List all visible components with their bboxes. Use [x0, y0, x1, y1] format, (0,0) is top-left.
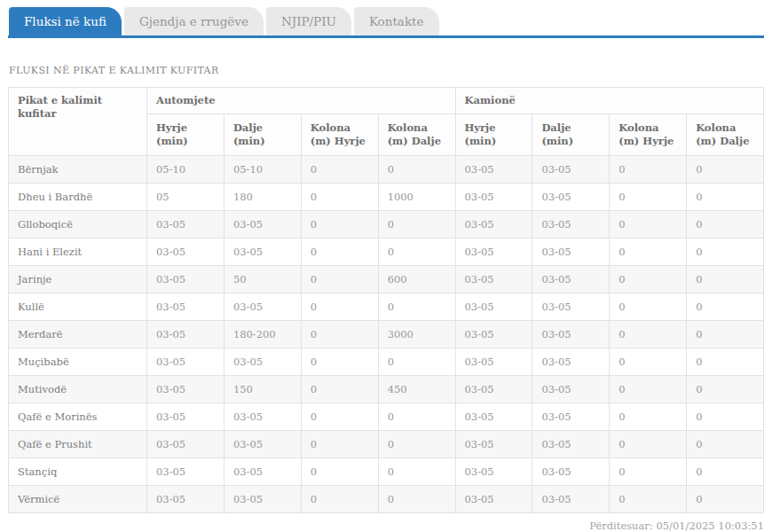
tab-kontakte[interactable]: Kontakte	[354, 7, 439, 35]
page: Fluksi në kufiGjendja e rrugëveNJIP/PIUK…	[0, 0, 772, 532]
row-label: Vërmicë	[9, 486, 147, 513]
row-label: Jarinje	[9, 266, 147, 293]
row-label: Bërnjak	[9, 156, 147, 184]
cell: 03-05	[455, 348, 532, 376]
cell: 0	[378, 348, 455, 376]
col-header-automjete-hyrje-min: Hyrje (min)	[147, 114, 225, 156]
cell: 0	[610, 211, 687, 239]
cell: 03-05	[532, 458, 610, 486]
cell: 03-05	[147, 376, 225, 403]
cell: 03-05	[455, 156, 532, 184]
cell: 03-05	[532, 211, 610, 239]
cell: 03-05	[147, 403, 225, 431]
cell: 03-05	[455, 403, 532, 431]
cell: 0	[687, 458, 764, 486]
cell: 03-05	[532, 293, 610, 321]
col-header-kamione-hyrje-min: Hyrje (min)	[455, 114, 532, 156]
cell: 03-05	[147, 431, 225, 458]
row-label: Stançiq	[9, 458, 147, 486]
cell: 03-05	[532, 239, 610, 266]
cell: 0	[378, 403, 455, 431]
table-row-mucibabe: Muçibabë03-0503-050003-0503-0500	[9, 348, 764, 376]
cell: 0	[687, 266, 764, 293]
cell: 0	[301, 156, 378, 184]
tab-underline	[8, 35, 764, 38]
cell: 0	[610, 321, 687, 348]
cell: 0	[378, 211, 455, 239]
cell: 0	[687, 403, 764, 431]
cell: 0	[301, 293, 378, 321]
table-row-stanciq: Stançiq03-0503-050003-0503-0500	[9, 458, 764, 486]
tab-fluksi-ne-kufi[interactable]: Fluksi në kufi	[9, 7, 122, 35]
cell: 0	[687, 184, 764, 211]
cell: 03-05	[455, 266, 532, 293]
cell: 0	[610, 431, 687, 458]
cell: 0	[301, 184, 378, 211]
cell: 03-05	[455, 211, 532, 239]
cell: 0	[378, 431, 455, 458]
row-label: Merdarë	[9, 321, 147, 348]
cell: 03-05	[224, 431, 301, 458]
cell: 0	[378, 293, 455, 321]
table-row-mutivode: Mutivodë03-05150045003-0503-0500	[9, 376, 764, 403]
cell: 03-05	[455, 239, 532, 266]
cell: 03-05	[455, 376, 532, 403]
tab-njip-piu[interactable]: NJIP/PIU	[266, 7, 351, 35]
col-header-automjete-dalje-min: Dalje (min)	[224, 114, 301, 156]
cell: 0	[610, 184, 687, 211]
cell: 0	[301, 486, 378, 513]
cell: 0	[687, 239, 764, 266]
cell: 0	[610, 486, 687, 513]
cell: 0	[378, 486, 455, 513]
cell: 03-05	[532, 486, 610, 513]
cell: 05-10	[224, 156, 301, 184]
col-header-crossing-points: Pikat e kalimit kufitar	[9, 88, 147, 156]
cell: 0	[301, 266, 378, 293]
table-row-merdare: Merdarë03-05180-2000300003-0503-0500	[9, 321, 764, 348]
cell: 03-05	[532, 376, 610, 403]
col-header-kamione-kolona-m-dalje: Kolona (m) Dalje	[687, 114, 764, 156]
cell: 0	[610, 458, 687, 486]
col-header-automjete-kolona-m-dalje: Kolona (m) Dalje	[378, 114, 455, 156]
cell: 1000	[378, 184, 455, 211]
row-label: Qafë e Morinës	[9, 403, 147, 431]
cell: 03-05	[532, 266, 610, 293]
cell: 0	[687, 321, 764, 348]
cell: 0	[610, 376, 687, 403]
cell: 03-05	[224, 239, 301, 266]
cell: 0	[610, 156, 687, 184]
cell: 0	[301, 458, 378, 486]
cell: 05-10	[147, 156, 225, 184]
cell: 0	[378, 156, 455, 184]
table-row-kulle: Kullë03-0503-050003-0503-0500	[9, 293, 764, 321]
cell: 0	[301, 239, 378, 266]
cell: 03-05	[224, 458, 301, 486]
cell: 150	[224, 376, 301, 403]
row-label: Muçibabë	[9, 348, 147, 376]
row-label: Qafë e Prushit	[9, 431, 147, 458]
table-row-dheu-i-bardhe: Dheu i Bardhë051800100003-0503-0500	[9, 184, 764, 211]
row-label: Glloboqicë	[9, 211, 147, 239]
cell: 03-05	[532, 156, 610, 184]
cell: 03-05	[147, 486, 225, 513]
tab-gjendja-e-rrugeve[interactable]: Gjendja e rrugëve	[124, 7, 264, 35]
cell: 450	[378, 376, 455, 403]
col-header-kamione-kolona-m-hyrje: Kolona (m) Hyrje	[610, 114, 687, 156]
cell: 03-05	[455, 486, 532, 513]
page-title: FLUKSI NË PIKAT E KALIMIT KUFITAR	[9, 65, 764, 76]
cell: 03-05	[532, 348, 610, 376]
cell: 03-05	[532, 184, 610, 211]
cell: 03-05	[532, 403, 610, 431]
cell: 0	[687, 211, 764, 239]
cell: 03-05	[224, 403, 301, 431]
cell: 50	[224, 266, 301, 293]
col-header-automjete-kolona-m-hyrje: Kolona (m) Hyrje	[301, 114, 378, 156]
table-row-qafe-e-prushit: Qafë e Prushit03-0503-050003-0503-0500	[9, 431, 764, 458]
cell: 0	[687, 431, 764, 458]
cell: 3000	[378, 321, 455, 348]
col-header-kamione-dalje-min: Dalje (min)	[532, 114, 610, 156]
col-group-kamione: Kamionë	[455, 88, 764, 114]
cell: 0	[610, 239, 687, 266]
cell: 0	[301, 348, 378, 376]
cell: 0	[301, 403, 378, 431]
